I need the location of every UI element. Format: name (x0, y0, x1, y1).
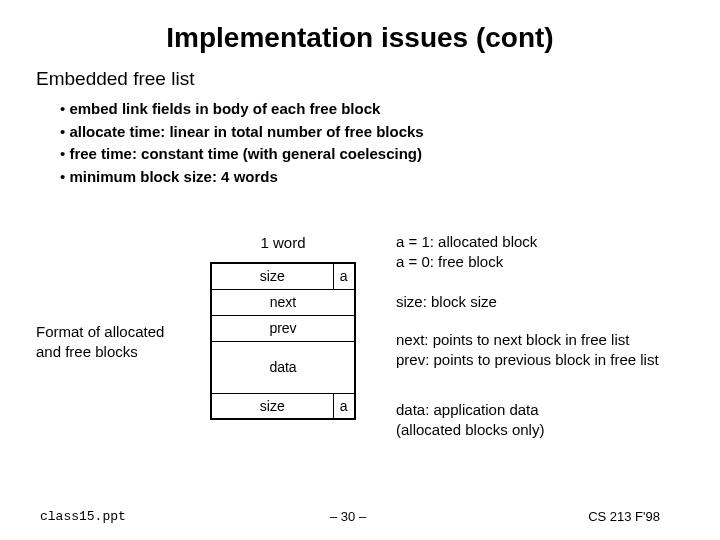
data-legend-line2: (allocated blocks only) (396, 420, 544, 440)
slide-title: Implementation issues (cont) (0, 0, 720, 54)
a-flag-legend: a = 1: allocated block a = 0: free block (396, 232, 537, 273)
header-row: size a (211, 263, 355, 289)
header-size-cell: size (211, 263, 333, 289)
data-cell: data (211, 341, 355, 393)
bullet-item: allocate time: linear in total number of… (60, 121, 720, 144)
next-prev-legend: next: points to next block in free list … (396, 330, 659, 371)
one-word-label: 1 word (210, 234, 356, 251)
footer-a-cell: a (333, 393, 355, 419)
data-row: data (211, 341, 355, 393)
a-flag-legend-1: a = 1: allocated block (396, 232, 537, 252)
next-row: next (211, 289, 355, 315)
size-legend: size: block size (396, 292, 497, 312)
data-legend: data: application data (allocated blocks… (396, 400, 544, 441)
a-flag-legend-0: a = 0: free block (396, 252, 537, 272)
prev-cell: prev (211, 315, 355, 341)
format-caption: Format of allocated and free blocks (36, 322, 176, 363)
prev-row: prev (211, 315, 355, 341)
next-legend: next: points to next block in free list (396, 330, 659, 350)
footer-size-cell: size (211, 393, 333, 419)
block-diagram: 1 word size a next prev data size a Form… (0, 230, 720, 470)
slide-subtitle: Embedded free list (36, 68, 720, 90)
bullet-item: free time: constant time (with general c… (60, 143, 720, 166)
footer-course: CS 213 F'98 (588, 509, 660, 524)
footer-page-number: – 30 – (330, 509, 366, 524)
bullet-item: minimum block size: 4 words (60, 166, 720, 189)
prev-legend: prev: points to previous block in free l… (396, 350, 659, 370)
header-a-cell: a (333, 263, 355, 289)
slide: Implementation issues (cont) Embedded fr… (0, 0, 720, 540)
bullet-list: embed link fields in body of each free b… (60, 98, 720, 188)
bullet-item: embed link fields in body of each free b… (60, 98, 720, 121)
footer-row: size a (211, 393, 355, 419)
footer-filename: class15.ppt (40, 509, 126, 524)
data-legend-line1: data: application data (396, 400, 544, 420)
block-structure-table: size a next prev data size a (210, 262, 356, 420)
next-cell: next (211, 289, 355, 315)
